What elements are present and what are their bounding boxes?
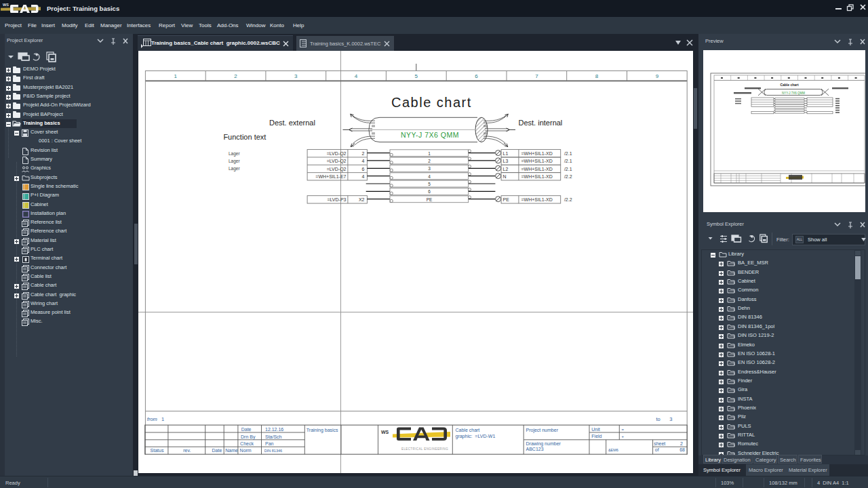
svg-text:to: to <box>656 416 660 422</box>
svg-text:Dest. internal: Dest. internal <box>519 119 563 127</box>
svg-text:=LVD-Q2: =LVD-Q2 <box>327 151 347 157</box>
svg-text:2: 2 <box>234 73 237 79</box>
svg-text:5: 5 <box>415 73 418 79</box>
svg-text:3: 3 <box>294 73 298 79</box>
svg-text:Drn By: Drn By <box>241 434 256 440</box>
svg-text:Drawing number: Drawing number <box>526 441 561 447</box>
svg-text:9: 9 <box>656 73 659 79</box>
svg-text:4: 4 <box>362 159 365 163</box>
svg-text:7: 7 <box>535 73 538 79</box>
svg-text:4: 4 <box>362 174 365 179</box>
svg-text:=WH+SIL1-XD: =WH+SIL1-XD <box>521 174 553 179</box>
svg-text:DIN 81346: DIN 81346 <box>264 449 282 453</box>
svg-text:Unit: Unit <box>591 427 600 432</box>
svg-text:4: 4 <box>355 73 358 79</box>
svg-text:Check: Check <box>240 441 254 446</box>
svg-text:2: 2 <box>362 151 365 156</box>
svg-text:Cable chart: Cable chart <box>780 83 799 87</box>
svg-text:6: 6 <box>475 73 478 79</box>
svg-text:NYY-J 7X6 QMM: NYY-J 7X6 QMM <box>401 131 459 139</box>
svg-text:68: 68 <box>679 447 685 452</box>
svg-text:12.12.16: 12.12.16 <box>265 427 283 432</box>
svg-text:graphic: =LVD-W1: graphic: =LVD-W1 <box>456 434 496 439</box>
svg-text:2: 2 <box>428 159 431 163</box>
svg-text:Name: Name <box>225 448 238 453</box>
svg-text:Dest. external: Dest. external <box>269 119 315 127</box>
svg-text:PE: PE <box>503 197 510 202</box>
svg-text:WS: WS <box>3 3 9 7</box>
svg-text:Training basics: Training basics <box>307 428 338 433</box>
svg-text:=LVD-P3: =LVD-P3 <box>327 197 346 202</box>
svg-text:L2: L2 <box>503 167 509 171</box>
svg-text:Lager: Lager <box>229 159 240 164</box>
svg-text:=WH+SIL1-XD: =WH+SIL1-XD <box>521 159 553 163</box>
svg-text:=WH+SIL1-XD: =WH+SIL1-XD <box>521 151 553 156</box>
svg-text:Date: Date <box>212 448 222 453</box>
svg-text:X2: X2 <box>359 197 365 202</box>
svg-text:Lager: Lager <box>229 151 240 157</box>
svg-text:Field: Field <box>591 434 601 439</box>
svg-text:Pan: Pan <box>265 441 274 446</box>
svg-text:Function text: Function text <box>223 133 266 141</box>
svg-text:Sta/Sch: Sta/Sch <box>265 434 282 439</box>
svg-text:&EM6: &EM6 <box>608 448 618 452</box>
svg-text:=WH+SIL1-XD: =WH+SIL1-XD <box>521 197 553 202</box>
svg-text:/2.2: /2.2 <box>564 174 572 179</box>
svg-text:=: = <box>622 428 625 432</box>
svg-text:1: 1 <box>428 151 431 156</box>
svg-text:=WH+SIL1-XD: =WH+SIL1-XD <box>521 167 553 171</box>
svg-text:3: 3 <box>428 166 431 171</box>
svg-text:3: 3 <box>669 416 672 422</box>
svg-text:Project number: Project number <box>526 428 559 433</box>
svg-text:sheet: sheet <box>654 441 665 446</box>
svg-text:PE: PE <box>427 197 433 202</box>
svg-text:N: N <box>503 174 507 179</box>
svg-text:rev.: rev. <box>183 448 191 453</box>
svg-text:ELECTRICAL ENGINEERING: ELECTRICAL ENGINEERING <box>401 447 448 451</box>
svg-text:Norm: Norm <box>240 448 252 453</box>
svg-text:=WH+SIL1-E7: =WH+SIL1-E7 <box>315 174 346 179</box>
svg-text:L3: L3 <box>503 159 509 163</box>
svg-text:/2.2: /2.2 <box>564 197 572 202</box>
svg-text:WS: WS <box>381 430 389 434</box>
svg-text:/2.1: /2.1 <box>564 159 572 163</box>
svg-text:1: 1 <box>161 416 164 422</box>
svg-text:Cable chart: Cable chart <box>391 95 472 110</box>
svg-text:5: 5 <box>428 182 431 186</box>
svg-text:from: from <box>147 416 157 422</box>
svg-text:/2.1: /2.1 <box>564 167 572 171</box>
svg-text:6: 6 <box>428 189 431 194</box>
svg-text:/2.1: /2.1 <box>564 151 572 156</box>
svg-text:6: 6 <box>362 167 365 171</box>
svg-text:L1: L1 <box>503 151 509 156</box>
svg-text:8: 8 <box>595 73 599 79</box>
svg-text:=LVD-Q2: =LVD-Q2 <box>327 167 347 172</box>
svg-text:NYY-J 7X6 QMM: NYY-J 7X6 QMM <box>782 92 805 95</box>
svg-text:Status: Status <box>151 448 164 453</box>
svg-text:Date: Date <box>241 427 252 432</box>
svg-text:ABC123: ABC123 <box>526 447 544 451</box>
svg-text:Lager: Lager <box>229 166 240 171</box>
svg-text:+: + <box>622 434 625 439</box>
svg-text:2: 2 <box>680 441 683 446</box>
svg-text:of: of <box>655 447 659 452</box>
svg-text:1: 1 <box>174 73 178 79</box>
svg-text:=LVD-Q2: =LVD-Q2 <box>327 159 347 164</box>
svg-text:Cable chart: Cable chart <box>456 428 480 432</box>
svg-text:4: 4 <box>428 174 431 179</box>
